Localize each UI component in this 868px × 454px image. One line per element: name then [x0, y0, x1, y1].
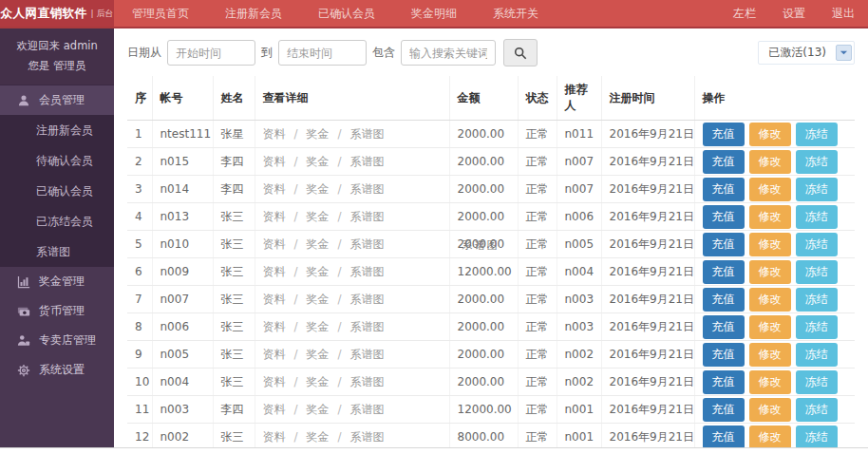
- topnav-admin-home[interactable]: 管理员首页: [114, 0, 207, 27]
- modify-button[interactable]: 修改: [749, 205, 791, 229]
- modify-button[interactable]: 修改: [749, 260, 791, 284]
- genealogy-link[interactable]: 系谱图: [350, 155, 385, 168]
- profile-link[interactable]: 资料: [263, 210, 286, 223]
- modify-button[interactable]: 修改: [749, 398, 791, 422]
- modify-button[interactable]: 修改: [749, 315, 791, 339]
- keyword-input[interactable]: [401, 40, 496, 66]
- sidebar-subitem-pending-members[interactable]: 待确认会员: [0, 145, 114, 176]
- genealogy-link[interactable]: 系谱图: [350, 403, 385, 416]
- freeze-button[interactable]: 冻结: [796, 150, 838, 174]
- profile-link[interactable]: 资料: [263, 348, 286, 361]
- sidebar-item-system-settings[interactable]: 系统设置: [0, 355, 114, 385]
- sidebar-item-currency-management[interactable]: 货币管理: [0, 296, 114, 326]
- bonus-link[interactable]: 奖金: [307, 293, 330, 306]
- bonus-link[interactable]: 奖金: [307, 348, 330, 361]
- topnav-settings[interactable]: 设置: [769, 0, 819, 27]
- recharge-button[interactable]: 充值: [703, 426, 745, 449]
- recharge-button[interactable]: 充值: [703, 233, 745, 256]
- sidebar-item-member-management[interactable]: 会员管理: [0, 85, 114, 115]
- genealogy-link[interactable]: 系谱图: [350, 182, 385, 196]
- link-separator: /: [286, 210, 307, 223]
- recharge-button[interactable]: 充值: [703, 288, 745, 312]
- recharge-button[interactable]: 充值: [703, 178, 745, 201]
- profile-link[interactable]: 资料: [263, 375, 286, 388]
- recharge-button[interactable]: 充值: [703, 123, 745, 146]
- top-nav-right: 左栏 设置 退出: [720, 0, 868, 27]
- bonus-link[interactable]: 奖金: [307, 375, 330, 388]
- genealogy-link[interactable]: 系谱图: [350, 127, 385, 141]
- genealogy-link[interactable]: 系谱图: [350, 265, 385, 278]
- freeze-button[interactable]: 冻结: [796, 178, 838, 201]
- freeze-button[interactable]: 冻结: [796, 205, 838, 229]
- modify-button[interactable]: 修改: [749, 123, 791, 146]
- genealogy-link[interactable]: 系谱图: [350, 320, 385, 333]
- genealogy-link[interactable]: 系谱图: [350, 237, 385, 251]
- profile-link[interactable]: 资料: [263, 320, 286, 333]
- freeze-button[interactable]: 冻结: [796, 260, 838, 284]
- sidebar-item-label: 会员管理: [39, 92, 85, 108]
- bonus-link[interactable]: 奖金: [307, 182, 330, 196]
- bonus-link[interactable]: 奖金: [307, 430, 330, 444]
- recharge-button[interactable]: 充值: [703, 315, 745, 339]
- admin-app-window: 众人网直销软件 | 后台 管理员首页 注册新会员 已确认会员 奖金明细 系统开关…: [0, 0, 868, 454]
- freeze-button[interactable]: 冻结: [796, 343, 838, 367]
- profile-link[interactable]: 资料: [263, 237, 286, 251]
- bonus-link[interactable]: 奖金: [307, 237, 330, 251]
- date-to-input[interactable]: [278, 40, 367, 66]
- date-from-input[interactable]: [167, 40, 255, 66]
- modify-button[interactable]: 修改: [749, 343, 791, 367]
- genealogy-link[interactable]: 系谱图: [350, 293, 385, 306]
- topnav-confirmed-members[interactable]: 已确认会员: [300, 0, 393, 27]
- sidebar-subitem-register-member[interactable]: 注册新会员: [0, 115, 114, 145]
- modify-button[interactable]: 修改: [749, 426, 791, 449]
- bonus-link[interactable]: 奖金: [307, 155, 330, 168]
- recharge-button[interactable]: 充值: [703, 343, 745, 367]
- genealogy-link[interactable]: 系谱图: [350, 348, 385, 361]
- modify-button[interactable]: 修改: [749, 178, 791, 201]
- search-icon: [514, 47, 527, 60]
- profile-link[interactable]: 资料: [263, 155, 286, 168]
- bonus-link[interactable]: 奖金: [307, 127, 330, 141]
- topnav-system-switch[interactable]: 系统开关: [475, 0, 557, 27]
- freeze-button[interactable]: 冻结: [796, 288, 838, 312]
- modify-button[interactable]: 修改: [749, 370, 791, 394]
- profile-link[interactable]: 资料: [263, 293, 286, 306]
- profile-link[interactable]: 资料: [263, 403, 286, 416]
- bonus-link[interactable]: 奖金: [307, 403, 330, 416]
- recharge-button[interactable]: 充值: [703, 398, 745, 422]
- profile-link[interactable]: 资料: [263, 265, 286, 278]
- freeze-button[interactable]: 冻结: [796, 315, 838, 339]
- search-button[interactable]: [503, 39, 538, 66]
- recharge-button[interactable]: 充值: [703, 370, 745, 394]
- bonus-link[interactable]: 奖金: [307, 320, 330, 333]
- status-filter-select[interactable]: 已激活(13): [758, 41, 855, 65]
- topnav-register-member[interactable]: 注册新会员: [207, 0, 300, 27]
- topnav-left-column-toggle[interactable]: 左栏: [720, 0, 769, 27]
- profile-link[interactable]: 资料: [263, 127, 286, 141]
- freeze-button[interactable]: 冻结: [796, 398, 838, 422]
- recharge-button[interactable]: 充值: [703, 150, 745, 174]
- freeze-button[interactable]: 冻结: [796, 233, 838, 256]
- recharge-button[interactable]: 充值: [703, 205, 745, 229]
- freeze-button[interactable]: 冻结: [796, 370, 838, 394]
- genealogy-link[interactable]: 系谱图: [350, 430, 385, 444]
- genealogy-link[interactable]: 系谱图: [350, 375, 385, 388]
- profile-link[interactable]: 资料: [263, 182, 286, 196]
- profile-link[interactable]: 资料: [263, 430, 286, 444]
- sidebar-subitem-frozen-members[interactable]: 已冻结会员: [0, 206, 114, 236]
- recharge-button[interactable]: 充值: [703, 260, 745, 284]
- topnav-logout[interactable]: 退出: [819, 0, 868, 27]
- sidebar-subitem-genealogy[interactable]: 系谱图: [0, 236, 114, 267]
- bonus-link[interactable]: 奖金: [307, 210, 330, 223]
- sidebar-item-store-management[interactable]: 专卖店管理: [0, 326, 114, 355]
- freeze-button[interactable]: 冻结: [796, 123, 838, 146]
- modify-button[interactable]: 修改: [749, 233, 791, 256]
- topnav-bonus-detail[interactable]: 奖金明细: [393, 0, 475, 27]
- bonus-link[interactable]: 奖金: [307, 265, 330, 278]
- sidebar-item-bonus-management[interactable]: 奖金管理: [0, 267, 114, 296]
- modify-button[interactable]: 修改: [749, 288, 791, 312]
- freeze-button[interactable]: 冻结: [796, 426, 838, 449]
- genealogy-link[interactable]: 系谱图: [350, 210, 385, 223]
- modify-button[interactable]: 修改: [749, 150, 791, 174]
- sidebar-subitem-confirmed-members[interactable]: 已确认会员: [0, 176, 114, 206]
